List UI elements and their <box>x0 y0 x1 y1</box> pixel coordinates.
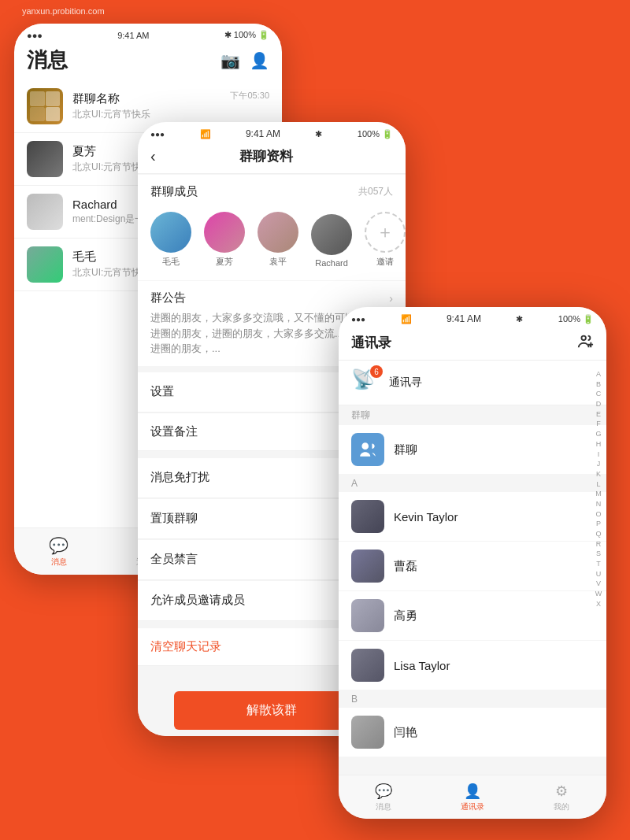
notice-title: 群公告 <box>150 290 186 305</box>
contact-name-kevin: Kevin Taylor <box>394 510 458 524</box>
alpha-G[interactable]: G <box>594 430 603 439</box>
member-xiafang[interactable]: 夏芳 <box>204 212 245 268</box>
notice-header: 群公告 › <box>150 290 393 305</box>
section-b-label: B <box>351 694 358 705</box>
alpha-O[interactable]: O <box>594 510 603 520</box>
alpha-I[interactable]: I <box>594 450 603 460</box>
watermark: yanxun.probition.com <box>22 6 105 16</box>
messages-icon: 💬 <box>49 536 69 555</box>
alpha-U[interactable]: U <box>594 570 603 579</box>
chat-preview-group: 北京UI:元宵节快乐 <box>72 108 220 121</box>
alpha-H[interactable]: H <box>594 440 603 450</box>
alpha-T[interactable]: T <box>594 560 603 569</box>
settings-label-mute-all: 全员禁言 <box>150 552 198 567</box>
contact-cao[interactable]: 曹磊 <box>339 542 606 591</box>
chat-time-group: 下午05:30 <box>230 90 269 102</box>
alpha-R[interactable]: R <box>594 540 603 550</box>
contact-name-gao: 高勇 <box>394 609 417 624</box>
tab-phone3-messages[interactable]: 💬 消息 <box>339 783 428 812</box>
alpha-F[interactable]: F <box>594 420 603 429</box>
settings-label-invite: 允许成员邀请成员 <box>150 593 245 608</box>
phone2-wifi: 📶 <box>200 129 211 139</box>
member-invite[interactable]: ＋ 邀请 <box>365 212 406 268</box>
back-button[interactable]: ‹ <box>150 147 156 165</box>
contact-yan[interactable]: 闫艳 <box>339 708 606 757</box>
group-section-header: 群聊 <box>339 405 606 425</box>
tab-phone3-contacts[interactable]: 👤 通讯录 <box>428 783 517 812</box>
alpha-S[interactable]: S <box>594 550 603 559</box>
contact-avatar-cao <box>351 550 384 583</box>
chat-avatar-rachard <box>27 194 63 230</box>
settings-label-2: 设置备注 <box>150 424 198 439</box>
member-avatar-rachard <box>311 214 352 255</box>
phone1-battery-area: ✱ 100% 🔋 <box>224 30 269 40</box>
tab-phone3-mine[interactable]: ⚙ 我的 <box>517 783 606 812</box>
section-a-header: A <box>339 475 606 492</box>
phone3-time: 9:41 AM <box>447 313 481 324</box>
phone3-header: 通讯录 <box>339 327 606 361</box>
tab-mine-icon: ⚙ <box>555 783 568 800</box>
notification-row[interactable]: 📡 6 通讯寻 <box>339 361 606 405</box>
phone1-battery: 100% <box>234 30 256 39</box>
member-avatar-xiafang <box>204 212 245 253</box>
settings-label-mute: 消息免打扰 <box>150 470 209 485</box>
contact-lisa[interactable]: Lisa Taylor <box>339 641 606 690</box>
phone3-battery: 100% 🔋 <box>558 314 594 324</box>
tab-messages[interactable]: 💬 消息 <box>14 536 103 568</box>
member-name-xiafang: 夏芳 <box>216 256 233 268</box>
section-a-label: A <box>351 478 358 489</box>
add-friend-button[interactable] <box>576 332 594 353</box>
camera-icon[interactable]: 📷 <box>220 51 240 70</box>
alpha-J[interactable]: J <box>594 460 603 469</box>
tab-messages-label: 消息 <box>376 801 391 812</box>
invite-label: 邀请 <box>376 256 394 268</box>
alpha-C[interactable]: C <box>594 390 603 399</box>
invite-circle[interactable]: ＋ <box>365 212 406 253</box>
phone2-time: 9:41 AM <box>246 128 280 139</box>
chat-avatar-xiafang <box>27 141 63 177</box>
alpha-B[interactable]: B <box>594 380 603 390</box>
group-icon <box>351 433 384 466</box>
member-yuan[interactable]: 袁平 <box>258 212 298 268</box>
alpha-W[interactable]: W <box>594 590 603 599</box>
alpha-Q[interactable]: Q <box>594 530 603 539</box>
settings-label-pin: 置顶群聊 <box>150 511 198 526</box>
alpha-M[interactable]: M <box>594 490 603 499</box>
member-name-yuan: 袁平 <box>269 256 287 268</box>
notification-icon-container: 📡 6 <box>351 368 380 397</box>
phone3-contacts: ●●● 📶 9:41 AM ✱ 100% 🔋 通讯录 📡 6 通讯寻 <box>339 307 606 819</box>
notice-chevron: › <box>389 292 393 305</box>
contact-name-yan: 闫艳 <box>394 725 417 740</box>
alpha-N[interactable]: N <box>594 500 603 509</box>
member-rachard[interactable]: Rachard <box>311 214 352 268</box>
member-name-rachard: Rachard <box>315 258 348 268</box>
phone1-signal: ●●● <box>27 31 43 40</box>
members-section-header: 群聊成员 共057人 <box>138 175 406 205</box>
contact-avatar-yan <box>351 716 384 749</box>
alpha-X[interactable]: X <box>594 600 603 609</box>
chat-info-group: 群聊名称 北京UI:元宵节快乐 <box>72 91 220 121</box>
alpha-L[interactable]: L <box>594 480 603 490</box>
group-contact-item[interactable]: 群聊 <box>339 425 606 475</box>
tab-contacts-icon: 👤 <box>464 783 481 800</box>
alpha-K[interactable]: K <box>594 470 603 479</box>
phone1-status-bar: ●●● 9:41 AM ✱ 100% 🔋 <box>14 24 282 43</box>
contact-kevin[interactable]: Kevin Taylor <box>339 492 606 542</box>
alpha-P[interactable]: P <box>594 520 603 529</box>
contact-gao[interactable]: 高勇 <box>339 591 606 641</box>
member-maomao[interactable]: 毛毛 <box>150 212 191 268</box>
phone2-navbar: ‹ 群聊资料 <box>138 142 406 174</box>
phone3-bt: ✱ <box>516 314 523 324</box>
alphabet-index: A B C D E F G H I J K L M N O P Q R S T … <box>594 370 603 609</box>
add-friend-icon[interactable]: 👤 <box>250 51 269 70</box>
alpha-V[interactable]: V <box>594 579 603 589</box>
phone2-bt: ✱ <box>315 129 322 139</box>
group-section-label: 群聊 <box>351 409 370 420</box>
alpha-A[interactable]: A <box>594 370 603 379</box>
alpha-E[interactable]: E <box>594 410 603 420</box>
alpha-D[interactable]: D <box>594 400 603 409</box>
chat-avatar-maomao <box>27 246 63 283</box>
phone1-header: 消息 📷 👤 <box>14 43 282 80</box>
phone2-nav-title: 群聊资料 <box>162 147 371 165</box>
clear-record-label[interactable]: 清空聊天记录 <box>150 639 221 653</box>
